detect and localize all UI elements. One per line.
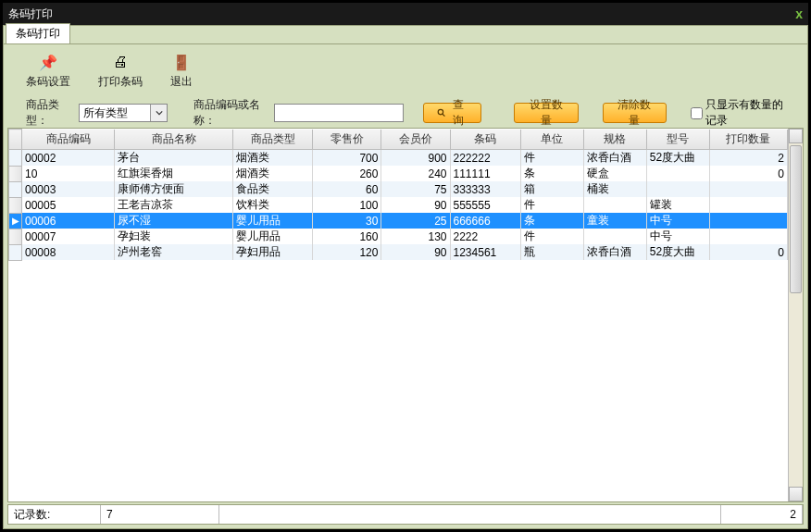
cell[interactable]: 中号 <box>646 213 709 229</box>
cell[interactable]: 尿不湿 <box>115 213 233 229</box>
cell[interactable]: 260 <box>313 166 381 181</box>
exit-button[interactable]: 🚪 退出 <box>170 53 193 90</box>
cell[interactable] <box>583 229 646 244</box>
query-button[interactable]: 查询 <box>423 103 481 123</box>
product-code-input[interactable] <box>274 104 404 122</box>
cell[interactable]: 1234561 <box>450 244 520 260</box>
cell[interactable]: 童装 <box>583 213 646 229</box>
cell[interactable]: 硬盒 <box>583 166 646 181</box>
cell[interactable]: 婴儿用品 <box>233 213 313 229</box>
cell[interactable]: 130 <box>381 229 450 244</box>
cell[interactable]: 10 <box>22 166 115 181</box>
cell[interactable]: 浓香白酒 <box>583 244 646 260</box>
cell[interactable] <box>709 213 787 229</box>
cell[interactable] <box>709 229 787 244</box>
col-header[interactable]: 零售价 <box>313 130 381 150</box>
vertical-scrollbar[interactable] <box>788 129 803 501</box>
cell[interactable]: 90 <box>381 197 450 213</box>
cell[interactable]: 茅台 <box>115 150 233 167</box>
cell[interactable]: 00002 <box>22 150 115 167</box>
barcode-settings-button[interactable]: 📌 条码设置 <box>26 53 70 90</box>
cell[interactable]: 2 <box>709 150 787 167</box>
cell[interactable]: 700 <box>313 150 381 167</box>
cell[interactable]: 孕妇装 <box>115 229 233 244</box>
cell[interactable]: 00006 <box>22 213 115 229</box>
only-qty-checkbox[interactable]: 只显示有数量的记录 <box>691 97 785 129</box>
cell[interactable]: 100 <box>313 197 381 213</box>
cell[interactable]: 00007 <box>22 229 115 244</box>
clear-qty-button[interactable]: 清除数量 <box>603 103 667 123</box>
cell[interactable]: 孕妇用品 <box>233 244 313 260</box>
col-header[interactable]: 商品名称 <box>115 130 233 150</box>
cell[interactable] <box>709 197 787 213</box>
cell[interactable]: 00005 <box>22 197 115 213</box>
product-type-combo[interactable] <box>79 104 168 122</box>
cell[interactable]: 件 <box>520 150 583 167</box>
cell[interactable]: 333333 <box>450 181 520 197</box>
cell[interactable]: 00008 <box>22 244 115 260</box>
cell[interactable]: 饮料类 <box>233 197 313 213</box>
cell[interactable]: 康师傅方便面 <box>115 181 233 197</box>
cell[interactable]: 条 <box>520 166 583 181</box>
cell[interactable]: 2222 <box>450 229 520 244</box>
col-header[interactable]: 商品编码 <box>22 130 115 150</box>
cell[interactable]: 罐装 <box>646 197 709 213</box>
col-header[interactable]: 单位 <box>520 130 583 150</box>
set-qty-button[interactable]: 设置数量 <box>514 103 578 123</box>
scrollbar-thumb[interactable] <box>790 145 802 293</box>
tab-barcode-print[interactable]: 条码打印 <box>6 23 70 43</box>
cell[interactable]: 0 <box>709 244 787 260</box>
cell[interactable]: 00003 <box>22 181 115 197</box>
cell[interactable]: 泸州老窖 <box>115 244 233 260</box>
cell[interactable]: 666666 <box>450 213 520 229</box>
col-header[interactable]: 型号 <box>646 130 709 150</box>
cell[interactable]: 条 <box>520 213 583 229</box>
table-row[interactable]: 00007孕妇装婴儿用品1601302222件中号 <box>9 229 788 244</box>
cell[interactable]: 900 <box>381 150 450 167</box>
cell[interactable]: 120 <box>313 244 381 260</box>
cell[interactable]: 箱 <box>520 181 583 197</box>
cell[interactable]: 0 <box>709 166 787 181</box>
cell[interactable]: 52度大曲 <box>646 244 709 260</box>
product-type-input[interactable] <box>80 105 150 121</box>
cell[interactable]: 浓香白酒 <box>583 150 646 167</box>
col-header[interactable]: 商品类型 <box>233 130 313 150</box>
close-icon[interactable]: x <box>795 6 803 21</box>
cell[interactable]: 60 <box>313 181 381 197</box>
table-row[interactable]: 00008泸州老窖孕妇用品120901234561瓶浓香白酒52度大曲0 <box>9 244 788 260</box>
cell[interactable]: 婴儿用品 <box>233 229 313 244</box>
cell[interactable]: 食品类 <box>233 181 313 197</box>
chevron-down-icon[interactable] <box>150 105 167 121</box>
cell[interactable]: 烟酒类 <box>233 150 313 167</box>
cell[interactable]: 烟酒类 <box>233 166 313 181</box>
cell[interactable]: 中号 <box>646 229 709 244</box>
data-grid[interactable]: 商品编码商品名称商品类型零售价会员价条码单位规格型号打印数量 00002茅台烟酒… <box>7 128 804 502</box>
cell[interactable]: 222222 <box>450 150 520 167</box>
cell[interactable]: 555555 <box>450 197 520 213</box>
cell[interactable] <box>709 181 787 197</box>
cell[interactable] <box>646 166 709 181</box>
table-row[interactable]: 00002茅台烟酒类700900222222件浓香白酒52度大曲2 <box>9 150 788 167</box>
cell[interactable]: 240 <box>381 166 450 181</box>
cell[interactable]: 30 <box>313 213 381 229</box>
cell[interactable]: 红旗渠香烟 <box>115 166 233 181</box>
cell[interactable]: 111111 <box>450 166 520 181</box>
only-qty-input[interactable] <box>691 107 703 119</box>
table-row[interactable]: ▶00006尿不湿婴儿用品3025666666条童装中号 <box>9 213 788 229</box>
table-row[interactable]: 00003康师傅方便面食品类6075333333箱桶装 <box>9 181 788 197</box>
print-barcode-button[interactable]: 🖨 打印条码 <box>98 53 143 90</box>
cell[interactable] <box>583 197 646 213</box>
cell[interactable]: 件 <box>520 229 583 244</box>
cell[interactable]: 瓶 <box>520 244 583 260</box>
cell[interactable]: 件 <box>520 197 583 213</box>
col-header[interactable]: 打印数量 <box>709 130 787 150</box>
col-header[interactable]: 条码 <box>450 130 520 150</box>
col-header[interactable]: 会员价 <box>381 130 450 150</box>
table-row[interactable]: 00005王老吉凉茶饮料类10090555555件罐装 <box>9 197 788 213</box>
cell[interactable]: 160 <box>313 229 381 244</box>
cell[interactable]: 52度大曲 <box>646 150 709 167</box>
cell[interactable]: 王老吉凉茶 <box>115 197 233 213</box>
table-row[interactable]: 10红旗渠香烟烟酒类260240111111条硬盒0 <box>9 166 788 181</box>
cell[interactable]: 25 <box>381 213 450 229</box>
cell[interactable]: 桶装 <box>583 181 646 197</box>
